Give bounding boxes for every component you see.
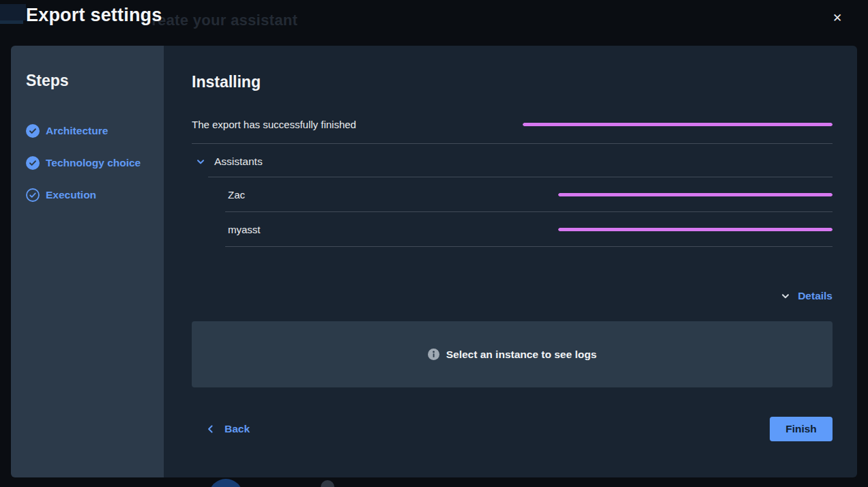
status-message: The export has successfully finished: [192, 119, 356, 130]
backdrop-remnant: [0, 4, 26, 20]
assistants-group-toggle[interactable]: Assistants: [195, 144, 833, 177]
step-label: Architecture: [46, 125, 108, 137]
assistant-row: myasst: [225, 212, 833, 247]
panel-heading: Installing: [192, 73, 833, 91]
assistant-progress-bar: [558, 193, 833, 196]
overall-status-row: The export has successfully finished: [192, 119, 833, 130]
assistant-row: Zac: [225, 177, 833, 212]
details-label: Details: [798, 290, 833, 302]
assistant-name: Zac: [225, 189, 245, 201]
assistant-progress-bar: [558, 228, 833, 231]
overall-progress-bar: [523, 123, 833, 126]
details-toggle[interactable]: Details: [192, 290, 833, 302]
step-architecture[interactable]: Architecture: [26, 124, 151, 138]
step-label: Technology choice: [46, 157, 141, 169]
close-icon[interactable]: ✕: [826, 7, 848, 29]
logs-placeholder-message: Select an instance to see logs: [446, 349, 597, 361]
assistant-name: myasst: [225, 224, 261, 235]
step-label: Execution: [46, 189, 96, 201]
check-outline-icon: [26, 188, 40, 202]
install-panel: Installing The export has successfully f…: [164, 46, 857, 477]
backdrop-page-title: Create your assistant: [141, 12, 298, 29]
logs-placeholder-panel: Select an instance to see logs: [192, 321, 833, 387]
check-filled-icon: [26, 156, 40, 170]
steps-heading: Steps: [26, 72, 151, 90]
export-settings-dialog: Steps Architecture Technology choice Exe…: [11, 46, 857, 477]
backdrop-remnant-underline: [0, 20, 23, 24]
dialog-footer: Back Finish: [192, 417, 833, 441]
chevron-down-icon: [780, 291, 791, 301]
group-label: Assistants: [214, 156, 263, 168]
backdrop-avatar: [321, 480, 334, 487]
finish-button[interactable]: Finish: [770, 417, 833, 441]
backdrop-logo-circle: [209, 479, 243, 487]
chevron-down-icon: [195, 156, 206, 167]
steps-sidebar: Steps Architecture Technology choice Exe…: [11, 46, 164, 477]
chevron-left-icon: [205, 424, 216, 434]
info-icon: [428, 349, 439, 360]
back-button[interactable]: Back: [192, 423, 250, 435]
dialog-title: Export settings: [26, 5, 162, 26]
step-technology-choice[interactable]: Technology choice: [26, 156, 151, 170]
step-execution[interactable]: Execution: [26, 188, 151, 202]
check-filled-icon: [26, 124, 40, 138]
back-label: Back: [225, 423, 250, 435]
